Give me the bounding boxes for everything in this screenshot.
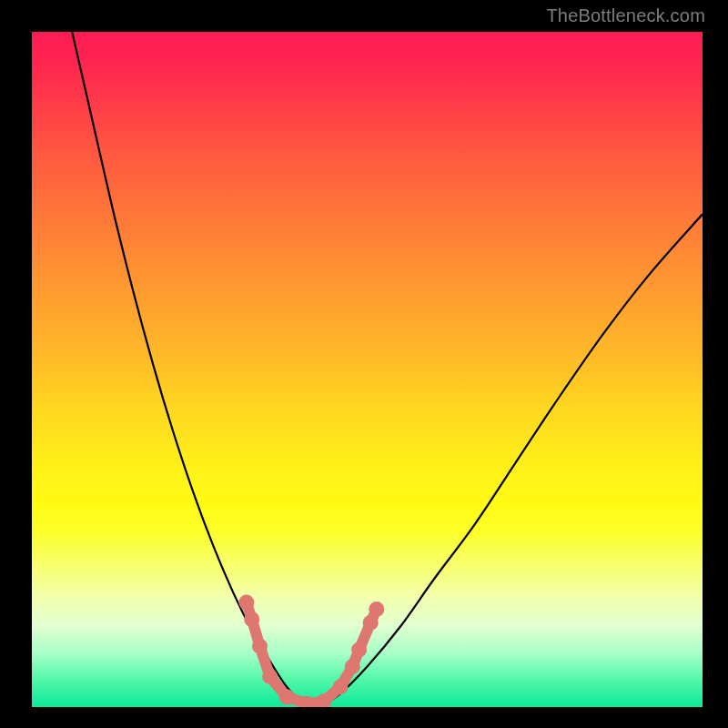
marker-dot <box>252 639 268 654</box>
chart-frame: TheBottleneck.com <box>0 0 728 728</box>
left-curve <box>72 32 320 707</box>
marker-dot <box>351 642 367 657</box>
marker-dot <box>238 594 254 610</box>
marker-dot <box>345 659 360 674</box>
marker-dot <box>262 669 278 684</box>
marker-dot <box>363 615 379 631</box>
plot-area <box>32 32 703 707</box>
right-curve <box>320 214 703 707</box>
curves-svg <box>32 32 703 707</box>
trough-markers <box>238 594 384 707</box>
marker-dot <box>244 612 259 627</box>
marker-dot <box>279 689 295 704</box>
marker-dot <box>333 679 349 694</box>
attribution-text: TheBottleneck.com <box>546 5 705 26</box>
marker-dot <box>369 602 384 617</box>
